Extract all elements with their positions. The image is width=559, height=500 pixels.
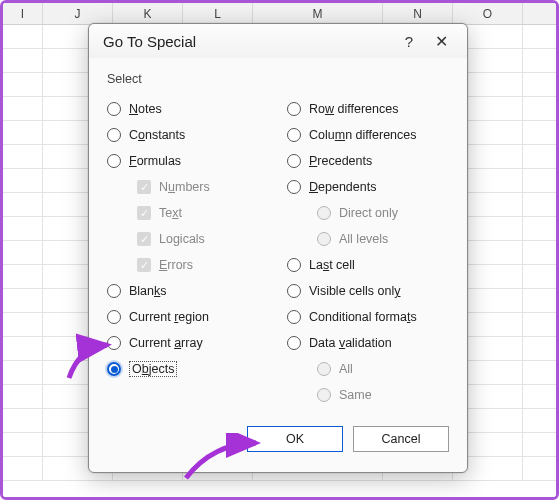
options-column-left: Notes Constants Formulas ✓Numbers ✓Text … — [107, 96, 269, 408]
section-label-select: Select — [107, 72, 449, 86]
col-header[interactable]: I — [3, 3, 43, 24]
radio-dependents[interactable]: Dependents — [287, 174, 449, 200]
radio-row-diff[interactable]: Row differences — [287, 96, 449, 122]
options-column-right: Row differences Column differences Prece… — [287, 96, 449, 408]
radio-objects[interactable]: Objects — [107, 356, 269, 382]
dialog-button-row: OK Cancel — [107, 426, 449, 452]
radio-visible-cells[interactable]: Visible cells only — [287, 278, 449, 304]
radio-last-cell[interactable]: Last cell — [287, 252, 449, 278]
column-header-row: I J K L M N O — [3, 3, 556, 25]
radio-blanks[interactable]: Blanks — [107, 278, 269, 304]
radio-current-array[interactable]: Current array — [107, 330, 269, 356]
radio-col-diff[interactable]: Column differences — [287, 122, 449, 148]
col-header[interactable]: M — [253, 3, 383, 24]
dialog-titlebar[interactable]: Go To Special ? ✕ — [89, 24, 467, 58]
radio-cond-formats[interactable]: Conditional formats — [287, 304, 449, 330]
check-errors: ✓Errors — [107, 252, 269, 278]
check-numbers: ✓Numbers — [107, 174, 269, 200]
col-header[interactable]: J — [43, 3, 113, 24]
radio-direct-only: Direct only — [287, 200, 449, 226]
dialog-title: Go To Special — [103, 33, 393, 50]
col-header[interactable]: K — [113, 3, 183, 24]
radio-all-levels: All levels — [287, 226, 449, 252]
radio-data-validation[interactable]: Data validation — [287, 330, 449, 356]
radio-precedents[interactable]: Precedents — [287, 148, 449, 174]
go-to-special-dialog: Go To Special ? ✕ Select Notes Constants… — [88, 23, 468, 473]
help-icon[interactable]: ? — [393, 33, 425, 50]
radio-notes[interactable]: Notes — [107, 96, 269, 122]
check-text: ✓Text — [107, 200, 269, 226]
check-logicals: ✓Logicals — [107, 226, 269, 252]
radio-same: Same — [287, 382, 449, 408]
col-header[interactable]: O — [453, 3, 523, 24]
radio-current-region[interactable]: Current region — [107, 304, 269, 330]
cancel-button[interactable]: Cancel — [353, 426, 449, 452]
close-icon[interactable]: ✕ — [425, 32, 457, 51]
radio-formulas[interactable]: Formulas — [107, 148, 269, 174]
radio-all: All — [287, 356, 449, 382]
radio-constants[interactable]: Constants — [107, 122, 269, 148]
col-header[interactable]: N — [383, 3, 453, 24]
ok-button[interactable]: OK — [247, 426, 343, 452]
col-header[interactable]: L — [183, 3, 253, 24]
